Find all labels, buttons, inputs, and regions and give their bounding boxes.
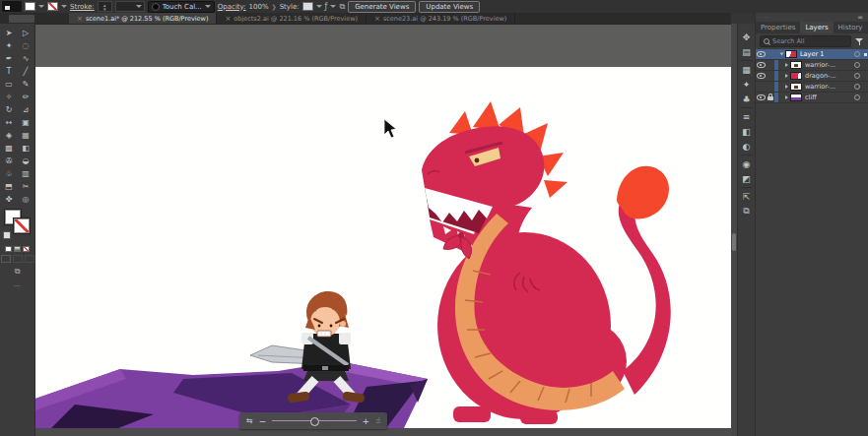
- symbol-sprayer-tool-icon[interactable]: ♧: [1, 167, 18, 180]
- visibility-eye-icon[interactable]: [756, 62, 766, 68]
- slice-tool-icon[interactable]: ✂: [18, 180, 34, 193]
- rotate-tool-icon[interactable]: ↻: [1, 103, 18, 116]
- line-segment-tool-icon[interactable]: ╱: [18, 65, 34, 78]
- curvature-tool-icon[interactable]: ∿: [18, 52, 34, 65]
- edit-toolbar-icon[interactable]: …: [0, 280, 34, 288]
- lock-icon[interactable]: [766, 94, 774, 100]
- selection-tool-icon[interactable]: ➤: [1, 27, 18, 39]
- close-tab-icon[interactable]: ×: [374, 15, 380, 23]
- magic-panel-icon[interactable]: ✦: [738, 77, 755, 92]
- chevron-down-icon[interactable]: [316, 5, 322, 8]
- fill-color-swatch[interactable]: [25, 2, 35, 11]
- expand-chevron-icon[interactable]: [778, 52, 785, 56]
- draw-normal-button[interactable]: [1, 255, 11, 263]
- layer-row[interactable]: cliff: [756, 93, 868, 103]
- zoom-out-button[interactable]: −: [259, 416, 267, 426]
- blend-tool-icon[interactable]: ◒: [18, 155, 34, 167]
- opacity-expand-icon[interactable]: ❯: [272, 3, 277, 10]
- type-tool-icon[interactable]: T: [1, 65, 18, 78]
- zoom-slider-knob[interactable]: [310, 417, 319, 426]
- close-tab-icon[interactable]: ×: [225, 15, 231, 23]
- draw-behind-button[interactable]: [13, 255, 23, 263]
- stroke-color-swatch[interactable]: [47, 2, 58, 11]
- generate-views-button[interactable]: Generate Views: [348, 1, 416, 13]
- draw-inside-button[interactable]: [25, 255, 34, 263]
- layers-panel-icon[interactable]: ⧉: [738, 204, 755, 218]
- workspace-mini-button[interactable]: [9, 15, 34, 23]
- none-mode-button[interactable]: [23, 246, 30, 252]
- brushes-panel-icon[interactable]: ◉: [738, 156, 755, 171]
- panel-grip[interactable]: ·····=: [756, 13, 868, 22]
- target-circle-icon[interactable]: [852, 84, 862, 90]
- panel-tab-history[interactable]: History: [834, 22, 868, 33]
- document-tab-2[interactable]: ×objects2.ai @ 221.16 % (RGB/Preview): [217, 13, 367, 24]
- gradient-panel-icon[interactable]: ◧: [738, 124, 755, 139]
- lasso-tool-icon[interactable]: ◌: [18, 39, 34, 52]
- shape-builder-tool-icon[interactable]: ◈: [1, 129, 18, 142]
- layer-thumbnail[interactable]: [790, 72, 802, 80]
- layer-row[interactable]: dragon-...: [756, 71, 868, 82]
- target-circle-icon[interactable]: [852, 62, 862, 68]
- default-swatches-icon[interactable]: [3, 231, 11, 239]
- width-profile-dropdown[interactable]: [115, 1, 145, 12]
- transparency-panel-icon[interactable]: ◐: [738, 139, 755, 154]
- dragon-illustration[interactable]: [422, 101, 671, 424]
- target-circle-icon[interactable]: [852, 73, 862, 79]
- magic-wand-tool-icon[interactable]: ✦: [1, 39, 18, 52]
- graphic-style-swatch[interactable]: [302, 2, 313, 11]
- pencil-tool-icon[interactable]: ✏: [18, 91, 34, 103]
- canvas-scrollbar-thumb[interactable]: [732, 233, 736, 251]
- canvas-area[interactable]: ⇆ − + ☝: [35, 24, 731, 436]
- chevron-down-icon[interactable]: [38, 5, 44, 8]
- column-graph-tool-icon[interactable]: ▥: [18, 167, 34, 180]
- layer-row[interactable]: Layer 1: [756, 49, 868, 60]
- expand-chevron-icon[interactable]: [783, 74, 790, 78]
- direct-selection-tool-icon[interactable]: ▷: [18, 27, 34, 39]
- brush-definition-dropdown[interactable]: Touch Cal...: [148, 1, 215, 13]
- document-setup-icon[interactable]: ⧉: [339, 2, 345, 12]
- stroke-swatch[interactable]: [14, 218, 30, 233]
- opacity-value[interactable]: 100%: [249, 3, 269, 11]
- close-tab-icon[interactable]: ×: [77, 15, 83, 23]
- hand-tool-icon[interactable]: ✤: [1, 193, 18, 206]
- rectangle-tool-icon[interactable]: ▭: [1, 78, 18, 91]
- layer-name[interactable]: warrior-...: [805, 83, 852, 91]
- zoom-in-button[interactable]: +: [363, 416, 370, 426]
- stroke-weight-stepper[interactable]: ▴▾: [98, 1, 112, 12]
- layer-thumbnail[interactable]: [790, 83, 802, 91]
- color-mode-button[interactable]: [5, 246, 12, 252]
- eyedropper-tool-icon[interactable]: ✇: [1, 155, 18, 167]
- expand-chevron-icon[interactable]: [783, 63, 790, 67]
- layer-thumbnail[interactable]: [790, 93, 802, 101]
- panel-tab-layers[interactable]: Layers: [800, 22, 833, 33]
- layer-thumbnail[interactable]: [785, 50, 797, 58]
- gradient-tool-icon[interactable]: ◧: [18, 142, 34, 155]
- gradient-mode-button[interactable]: [14, 246, 21, 252]
- swatches-panel-icon[interactable]: ◩: [738, 171, 755, 186]
- selection-indicator[interactable]: [862, 53, 868, 56]
- libraries-panel-icon[interactable]: ▦: [738, 62, 755, 77]
- update-views-button[interactable]: Update Views: [419, 1, 480, 13]
- export-panel-icon[interactable]: ⇱: [738, 189, 755, 204]
- artboards-panel-icon[interactable]: ▤: [738, 44, 755, 59]
- stroke-panel-icon[interactable]: ≡: [738, 109, 755, 124]
- target-circle-icon[interactable]: [852, 51, 862, 57]
- target-circle-icon[interactable]: [852, 94, 862, 100]
- visibility-eye-icon[interactable]: [756, 73, 766, 79]
- layer-row[interactable]: warrior-...: [756, 60, 868, 71]
- panel-menu-icon[interactable]: =: [857, 14, 864, 22]
- touch-mode-icon[interactable]: ☝: [375, 416, 380, 425]
- recolor-artwork-icon[interactable]: ƒ: [325, 2, 328, 11]
- perspective-grid-tool-icon[interactable]: ▦: [18, 129, 34, 142]
- expand-chevron-icon[interactable]: [783, 95, 790, 99]
- expand-chevron-icon[interactable]: [783, 85, 790, 89]
- chevron-down-icon[interactable]: [330, 5, 336, 8]
- shaper-tool-icon[interactable]: ✧: [1, 91, 18, 103]
- artboard-tool-icon[interactable]: ⬒: [1, 180, 18, 193]
- layer-thumbnail[interactable]: [790, 61, 802, 69]
- pen-tool-icon[interactable]: ✒: [1, 52, 18, 65]
- zoom-presets-icon[interactable]: ⇆: [246, 416, 253, 425]
- layer-name[interactable]: Layer 1: [800, 50, 852, 58]
- paintbrush-tool-icon[interactable]: ✎: [18, 78, 34, 91]
- symbols-panel-icon[interactable]: ♣: [738, 92, 755, 106]
